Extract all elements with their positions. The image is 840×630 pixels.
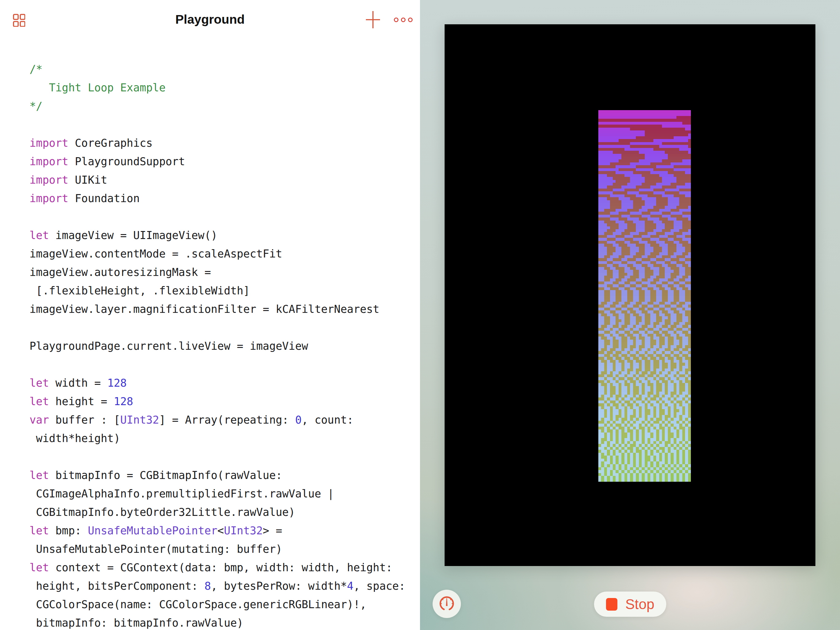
live-view-screen bbox=[445, 24, 815, 566]
code-line: let height = 128 bbox=[30, 392, 420, 411]
code-line: let bmp: UnsafeMutablePointer<UInt32> = bbox=[30, 521, 420, 540]
code-line: import PlaygroundSupport bbox=[30, 152, 420, 171]
code-line: imageView.contentMode = .scaleAspectFit bbox=[30, 245, 420, 263]
code-line: var buffer : [UInt32] = Array(repeating:… bbox=[30, 411, 420, 429]
code-line: import CoreGraphics bbox=[30, 134, 420, 152]
code-line: [.flexibleHeight, .flexibleWidth] bbox=[30, 282, 420, 300]
speed-gauge-icon bbox=[438, 595, 455, 613]
code-line: UnsafeMutablePointer(mutating: buffer) bbox=[30, 540, 420, 558]
run-speed-button[interactable] bbox=[433, 590, 461, 618]
code-editor-pane: Playground /* Tight Loop Example*/import… bbox=[0, 0, 420, 630]
code-line: import Foundation bbox=[30, 189, 420, 207]
editor-header: Playground bbox=[0, 0, 420, 40]
code-line bbox=[30, 355, 420, 374]
stop-button-label: Stop bbox=[625, 597, 655, 611]
code-editor[interactable]: /* Tight Loop Example*/import CoreGraphi… bbox=[30, 60, 420, 630]
code-line bbox=[30, 448, 420, 466]
ellipsis-ring bbox=[408, 17, 413, 22]
live-view-pane: Stop bbox=[420, 0, 840, 630]
page-title: Playground bbox=[0, 12, 420, 27]
code-line: /* bbox=[30, 60, 420, 78]
code-line: */ bbox=[30, 97, 420, 116]
stop-button[interactable]: Stop bbox=[594, 592, 666, 617]
code-line bbox=[30, 207, 420, 226]
rendered-bitmap-image bbox=[598, 110, 691, 482]
code-line: width*height) bbox=[30, 429, 420, 448]
code-line: let width = 128 bbox=[30, 374, 420, 392]
code-line: let imageView = UIImageView() bbox=[30, 226, 420, 245]
code-line: CGImageAlphaInfo.premultipliedFirst.rawV… bbox=[30, 484, 420, 503]
code-line: imageView.layer.magnificationFilter = kC… bbox=[30, 300, 420, 318]
ellipsis-circles-icon[interactable] bbox=[394, 17, 413, 23]
code-line: bitmapInfo: bitmapInfo.rawValue) bbox=[30, 614, 420, 630]
stop-square-icon bbox=[606, 598, 617, 611]
plus-icon[interactable] bbox=[365, 11, 381, 29]
code-line bbox=[30, 116, 420, 134]
code-line: let bitmapInfo = CGBitmapInfo(rawValue: bbox=[30, 466, 420, 484]
code-line: imageView.autoresizingMask = bbox=[30, 263, 420, 282]
ellipsis-ring bbox=[401, 17, 406, 22]
code-line: PlaygroundPage.current.liveView = imageV… bbox=[30, 337, 420, 355]
code-line: Tight Loop Example bbox=[30, 78, 420, 97]
code-line: import UIKit bbox=[30, 171, 420, 189]
code-line: CGBitmapInfo.byteOrder32Little.rawValue) bbox=[30, 503, 420, 521]
code-line: CGColorSpace(name: CGColorSpace.genericR… bbox=[30, 595, 420, 614]
code-line bbox=[30, 318, 420, 337]
ellipsis-ring bbox=[394, 17, 398, 22]
code-line: let context = CGContext(data: bmp, width… bbox=[30, 558, 420, 577]
code-line: height, bitsPerComponent: 8, bytesPerRow… bbox=[30, 577, 420, 595]
